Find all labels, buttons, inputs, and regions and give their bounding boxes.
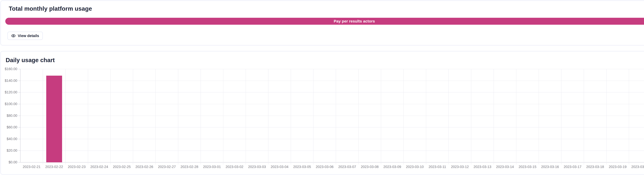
- x-axis-label: 2023-03-04: [268, 165, 291, 169]
- x-gridline: [313, 69, 314, 165]
- x-gridline: [110, 69, 111, 165]
- x-axis-label: 2023-03-17: [561, 165, 584, 169]
- usage-bar[interactable]: [46, 76, 62, 162]
- y-gridline: [20, 92, 644, 92]
- x-axis-label: 2023-03-09: [381, 165, 404, 169]
- x-axis-label: 2023-03-11: [426, 165, 448, 169]
- x-gridline: [336, 69, 336, 165]
- x-gridline: [43, 69, 43, 165]
- x-gridline: [584, 69, 584, 165]
- total-usage-card: Total monthly platform usage $150.00 Pay…: [0, 0, 644, 45]
- x-gridline: [65, 69, 66, 165]
- y-gridline: [20, 81, 644, 81]
- x-gridline: [516, 69, 516, 165]
- x-axis-label: 2023-03-06: [313, 165, 336, 169]
- x-gridline: [381, 69, 381, 165]
- x-axis-label: 2023-02-22: [43, 165, 66, 169]
- y-gridline: [20, 104, 644, 104]
- x-gridline: [223, 69, 223, 165]
- x-gridline: [606, 69, 606, 165]
- x-axis-label: 2023-02-28: [178, 165, 201, 169]
- x-gridline: [358, 69, 358, 165]
- y-axis-label: $120.00: [0, 90, 17, 94]
- daily-usage-chart-card: Daily usage chart Absolute Cumulative $0…: [0, 51, 644, 175]
- x-gridline: [448, 69, 449, 165]
- usage-card-title: Total monthly platform usage: [9, 5, 92, 12]
- x-gridline: [629, 69, 629, 165]
- usage-progress-bar: Pay per results actors: [5, 18, 644, 25]
- y-axis-tick: [18, 162, 20, 163]
- y-gridline: [20, 69, 644, 69]
- x-axis-label: 2023-03-16: [539, 165, 561, 169]
- x-axis-label: 2023-02-26: [133, 165, 156, 169]
- x-axis-label: 2023-03-19: [606, 165, 629, 169]
- y-axis-tick: [18, 104, 20, 104]
- y-axis-tick: [18, 116, 20, 116]
- y-gridline: [20, 116, 644, 116]
- y-axis-tick: [18, 92, 20, 92]
- y-axis-label: $100.00: [0, 102, 17, 106]
- x-gridline: [426, 69, 426, 165]
- y-gridline: [20, 139, 644, 139]
- x-gridline: [291, 69, 291, 165]
- x-axis-label: 2023-03-13: [471, 165, 494, 169]
- usage-card-header: Total monthly platform usage $150.00: [9, 5, 644, 12]
- y-gridline: [20, 151, 644, 151]
- x-axis-label: 2023-03-05: [291, 165, 313, 169]
- y-gridline: [20, 162, 644, 163]
- y-axis-tick: [18, 69, 20, 69]
- x-axis-label: 2023-02-23: [66, 165, 88, 169]
- view-details-label: View details: [18, 34, 39, 38]
- view-details-button[interactable]: View details: [8, 32, 43, 40]
- x-gridline: [471, 69, 471, 165]
- y-axis-label: $60.00: [0, 125, 17, 129]
- y-gridline: [20, 127, 644, 128]
- x-gridline: [88, 69, 88, 165]
- y-axis-label: $140.00: [0, 79, 17, 83]
- x-gridline: [200, 69, 201, 165]
- x-gridline: [494, 69, 494, 165]
- y-axis-label: $80.00: [0, 114, 17, 118]
- x-gridline: [404, 69, 404, 165]
- y-axis-tick: [18, 127, 20, 128]
- x-gridline: [246, 69, 246, 165]
- x-gridline: [539, 69, 539, 165]
- eye-icon: [11, 33, 16, 38]
- y-axis-label: $20.00: [0, 149, 17, 153]
- y-axis-tick: [18, 151, 20, 151]
- x-axis-label: 2023-03-03: [246, 165, 268, 169]
- x-axis-label: 2023-03-15: [516, 165, 539, 169]
- x-gridline: [561, 69, 562, 165]
- x-axis-label: 2023-03-01: [201, 165, 223, 169]
- y-axis-label: $0.00: [0, 160, 17, 164]
- x-axis-label: 2023-03-18: [584, 165, 606, 169]
- x-axis-label: 2023-02-27: [156, 165, 178, 169]
- x-gridline: [133, 69, 133, 165]
- x-axis-label: 2023-02-21: [20, 165, 43, 169]
- daily-usage-bar-chart: $0.00$20.00$40.00$60.00$80.00$100.00$120…: [1, 51, 644, 174]
- x-axis-label: 2023-03-20: [629, 165, 644, 169]
- x-axis-label: 2023-03-08: [358, 165, 381, 169]
- usage-progress-segment-label: Pay per results actors: [334, 19, 375, 23]
- x-gridline: [178, 69, 178, 165]
- x-axis-label: 2023-03-14: [494, 165, 516, 169]
- y-axis-line: [20, 69, 20, 162]
- x-axis-label: 2023-03-02: [223, 165, 246, 169]
- y-axis-label: $160.00: [0, 67, 17, 71]
- x-gridline: [156, 69, 156, 165]
- x-axis-label: 2023-03-07: [336, 165, 358, 169]
- x-axis-label: 2023-03-10: [404, 165, 426, 169]
- x-axis-label: 2023-02-25: [110, 165, 133, 169]
- y-axis-tick: [18, 81, 20, 81]
- x-gridline: [268, 69, 268, 165]
- y-axis-tick: [18, 139, 20, 139]
- x-axis-label: 2023-03-12: [448, 165, 471, 169]
- x-axis-label: 2023-02-24: [88, 165, 110, 169]
- y-axis-label: $40.00: [0, 137, 17, 141]
